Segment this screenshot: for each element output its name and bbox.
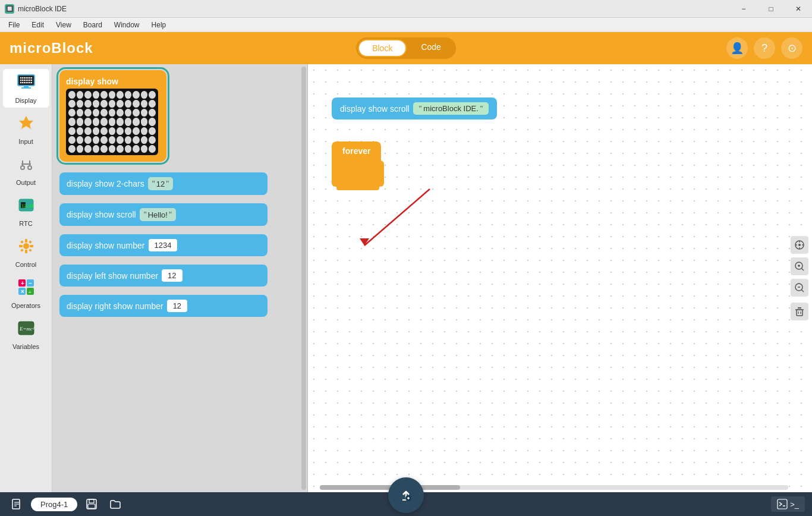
led-dot xyxy=(93,91,100,99)
ws-scroll-string-input[interactable]: " microBlock IDE. " xyxy=(413,102,489,115)
workspace-scroll-block[interactable]: display show scroll " microBlock IDE. " xyxy=(332,97,497,119)
svg-point-12 xyxy=(25,80,26,81)
panel-scrollbar[interactable] xyxy=(301,67,306,490)
led-dot xyxy=(100,145,108,153)
upload-button[interactable] xyxy=(388,477,424,513)
block-label-2chars: display show 2-chars xyxy=(67,179,144,188)
menu-board[interactable]: Board xyxy=(77,20,108,30)
target-icon-button[interactable] xyxy=(791,236,808,254)
svg-point-5 xyxy=(25,77,26,78)
forever-block[interactable]: forever xyxy=(332,141,384,187)
led-dot xyxy=(133,91,140,99)
svg-marker-54 xyxy=(360,238,369,246)
svg-rect-68 xyxy=(797,310,802,316)
zoom-out-button[interactable] xyxy=(791,279,808,297)
save-button[interactable] xyxy=(82,495,101,514)
led-dot xyxy=(100,127,108,135)
sidebar-item-output[interactable]: Output xyxy=(3,151,49,190)
svg-point-18 xyxy=(23,82,24,83)
close-button[interactable]: ✕ xyxy=(785,0,812,18)
person-icon-button[interactable]: 👤 xyxy=(726,37,748,59)
app-logo: microBlock xyxy=(10,40,93,56)
menu-edit[interactable]: Edit xyxy=(26,20,50,30)
svg-point-14 xyxy=(29,80,30,81)
svg-text:E=mc²: E=mc² xyxy=(19,326,34,332)
led-dot xyxy=(68,118,75,125)
svg-rect-80 xyxy=(88,504,95,508)
sidebar-item-control[interactable]: Control xyxy=(3,233,49,272)
led-dot xyxy=(149,145,156,153)
led-dot xyxy=(100,118,108,125)
sidebar-item-operators[interactable]: + − × ÷ Operators xyxy=(3,274,49,313)
blocks-panel: display show display show 2-chars " 12 "… xyxy=(52,64,308,492)
github-icon-button[interactable]: ⊙ xyxy=(781,37,802,59)
maximize-button[interactable]: □ xyxy=(757,0,785,18)
led-dot xyxy=(133,145,140,153)
led-dot xyxy=(109,127,116,135)
ws-scroll-value: microBlock IDE. xyxy=(423,104,478,113)
led-dot xyxy=(141,136,148,144)
delete-button[interactable] xyxy=(791,303,808,320)
number-input-left[interactable]: 12 xyxy=(162,269,182,282)
variables-icon: E=mc² xyxy=(17,319,36,342)
svg-line-64 xyxy=(802,269,804,271)
led-dot xyxy=(149,100,156,108)
led-dot xyxy=(109,145,116,153)
display-left-show-number-block[interactable]: display left show number 12 xyxy=(59,265,267,287)
number-input-right[interactable]: 12 xyxy=(167,300,187,312)
sidebar-item-input[interactable]: Input xyxy=(3,110,49,149)
display-show-2chars-block[interactable]: display show 2-chars " 12 " xyxy=(59,172,267,195)
led-dot xyxy=(141,91,148,99)
led-dot xyxy=(77,100,84,108)
led-dot xyxy=(117,118,124,125)
svg-text:÷: ÷ xyxy=(29,290,32,295)
menu-view[interactable]: View xyxy=(50,20,77,30)
menu-help[interactable]: Help xyxy=(146,20,172,30)
svg-point-8 xyxy=(30,77,32,78)
open-folder-button[interactable] xyxy=(106,495,125,514)
led-dot xyxy=(77,118,84,125)
sidebar-item-rtc[interactable]: 12:34 RTC xyxy=(3,192,49,231)
sidebar: Display Input Output xyxy=(0,64,52,492)
display-show-scroll-block[interactable]: display show scroll " Hello! " xyxy=(59,203,267,226)
menu-window[interactable]: Window xyxy=(108,20,146,30)
svg-point-7 xyxy=(29,77,30,78)
sidebar-output-label: Output xyxy=(16,179,36,186)
led-dot xyxy=(84,109,92,117)
string-input-2chars[interactable]: " 12 " xyxy=(148,177,173,190)
svg-point-34 xyxy=(23,243,29,249)
block-label-scroll: display show scroll xyxy=(67,210,136,219)
led-dot xyxy=(68,100,75,108)
display-show-number-block[interactable]: display show number 1234 xyxy=(59,234,267,256)
led-dot xyxy=(141,109,148,117)
svg-point-13 xyxy=(27,80,28,81)
block-mode-button[interactable]: Block xyxy=(358,39,407,57)
led-dot xyxy=(109,100,116,108)
workspace[interactable]: display show scroll " microBlock IDE. " … xyxy=(308,64,812,492)
led-dot xyxy=(77,91,84,99)
svg-point-2 xyxy=(20,77,21,78)
sidebar-item-variables[interactable]: E=mc² Variables xyxy=(3,315,49,354)
led-dot xyxy=(109,136,116,144)
led-dot xyxy=(149,91,156,99)
led-dot xyxy=(149,118,156,125)
display-show-block[interactable]: display show xyxy=(59,70,166,162)
terminal-button[interactable]: >_ xyxy=(771,496,805,512)
block-label-number: display show number xyxy=(67,241,145,250)
help-icon-button[interactable]: ? xyxy=(754,37,775,59)
ws-scroll-label: display show scroll xyxy=(340,104,410,114)
display-show-2chars-value: 12 xyxy=(156,180,165,188)
string-input-scroll[interactable]: " Hello! " xyxy=(140,208,176,221)
menu-file[interactable]: File xyxy=(2,20,26,30)
sidebar-item-display[interactable]: Display xyxy=(3,69,49,108)
led-dot xyxy=(149,136,156,144)
new-file-button[interactable] xyxy=(7,495,26,514)
svg-line-53 xyxy=(364,189,430,246)
zoom-in-button[interactable] xyxy=(791,257,808,275)
number-input-show[interactable]: 1234 xyxy=(149,239,178,251)
control-icon xyxy=(17,237,36,260)
minimize-button[interactable]: − xyxy=(730,0,757,18)
code-mode-button[interactable]: Code xyxy=(408,39,454,57)
file-name-button[interactable]: Prog4-1 xyxy=(31,498,77,511)
display-right-show-number-block[interactable]: display right show number 12 xyxy=(59,295,267,317)
